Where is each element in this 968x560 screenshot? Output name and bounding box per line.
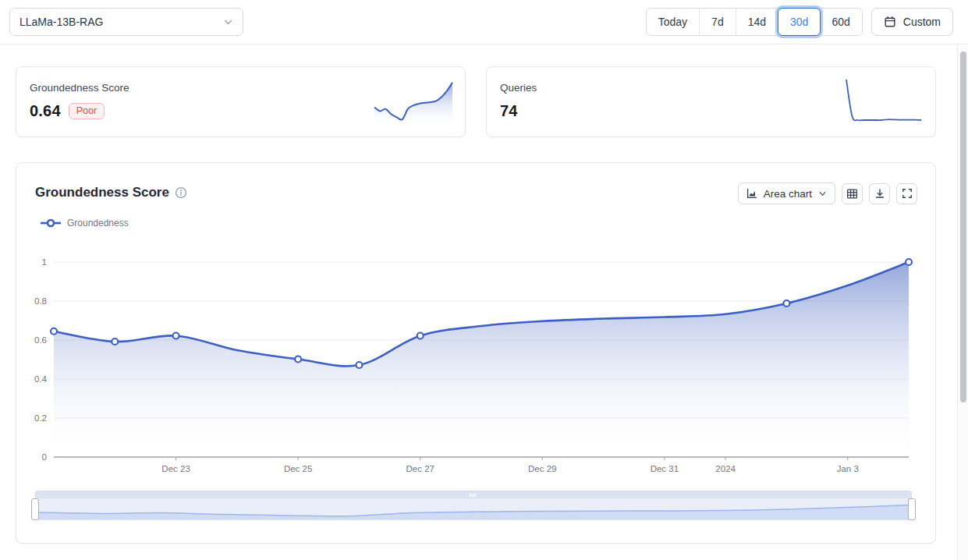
brush-window[interactable] (35, 498, 912, 520)
brush-track[interactable] (35, 491, 912, 498)
area-chart-icon (746, 188, 757, 199)
fullscreen-icon (902, 188, 913, 199)
stat-label: Groundedness Score (30, 82, 129, 94)
time-range-30d[interactable]: 30d (778, 8, 821, 36)
time-range-7d[interactable]: 7d (700, 9, 736, 35)
svg-text:0.4: 0.4 (34, 374, 48, 384)
queries-sparkline (843, 75, 924, 128)
legend-marker-icon (41, 218, 61, 228)
svg-text:0.2: 0.2 (34, 413, 47, 423)
svg-text:0: 0 (42, 452, 47, 462)
chevron-down-icon (223, 17, 233, 27)
chart-card: Groundedness Score Area chart (16, 162, 936, 544)
svg-text:0.8: 0.8 (34, 296, 47, 306)
stat-card-queries: Queries 74 (486, 66, 936, 137)
svg-text:1: 1 (42, 257, 47, 267)
svg-text:Dec 25: Dec 25 (284, 464, 312, 473)
status-badge: Poor (69, 103, 105, 120)
brush-grip-handle[interactable] (470, 494, 476, 497)
app-root: LLaMa-13B-RAG Today 7d 14d 30d 60d Custo… (0, 0, 968, 560)
groundedness-area-chart[interactable]: 00.20.40.60.81Dec 23Dec 25Dec 27Dec 29De… (32, 250, 921, 478)
table-view-button[interactable] (842, 183, 863, 204)
legend-item-groundedness[interactable]: Groundedness (41, 218, 129, 229)
time-range-14d[interactable]: 14d (736, 9, 778, 35)
time-range-controls: Today 7d 14d 30d 60d Custom (646, 8, 953, 36)
project-selector-value: LLaMa-13B-RAG (20, 16, 103, 28)
custom-range-label: Custom (903, 16, 941, 28)
time-range-60d[interactable]: 60d (820, 9, 861, 35)
download-icon (874, 188, 885, 199)
stat-label: Queries (500, 82, 537, 94)
info-icon[interactable] (175, 186, 187, 199)
custom-range-button[interactable]: Custom (871, 8, 953, 36)
brush-handle-right[interactable] (908, 498, 916, 520)
stat-value: 74 (500, 102, 518, 120)
chevron-down-icon (818, 190, 827, 198)
calendar-icon (884, 16, 896, 28)
svg-text:Dec 27: Dec 27 (406, 464, 434, 473)
groundedness-sparkline (373, 76, 454, 126)
stat-card-groundedness: Groundedness Score 0.64 Poor (16, 66, 466, 137)
time-range-today[interactable]: Today (647, 9, 700, 35)
svg-text:0.6: 0.6 (34, 335, 47, 345)
svg-text:2024: 2024 (715, 464, 736, 473)
legend-label: Groundedness (67, 218, 129, 229)
svg-text:Dec 23: Dec 23 (161, 464, 190, 473)
brush-handle-left[interactable] (31, 498, 39, 520)
scrollbar-thumb[interactable] (960, 51, 966, 402)
chart-toolbar: Area chart (738, 183, 917, 204)
svg-text:Dec 31: Dec 31 (651, 464, 679, 473)
chart-brush[interactable] (35, 491, 912, 520)
table-icon (846, 188, 858, 200)
fullscreen-button[interactable] (896, 183, 917, 204)
time-range-group: Today 7d 14d 30d 60d (646, 8, 863, 36)
top-bar: LLaMa-13B-RAG Today 7d 14d 30d 60d Custo… (0, 0, 968, 44)
svg-text:Jan 3: Jan 3 (837, 464, 859, 473)
project-selector[interactable]: LLaMa-13B-RAG (9, 8, 243, 36)
stat-value: 0.64 (30, 102, 61, 120)
svg-text:Dec 29: Dec 29 (528, 464, 556, 473)
page-scrollbar[interactable] (957, 45, 968, 560)
chart-type-value: Area chart (764, 188, 812, 200)
brush-mini-chart (36, 498, 911, 520)
chart-title: Groundedness Score (35, 185, 169, 200)
chart-type-selector[interactable]: Area chart (738, 183, 835, 204)
download-button[interactable] (869, 183, 890, 204)
